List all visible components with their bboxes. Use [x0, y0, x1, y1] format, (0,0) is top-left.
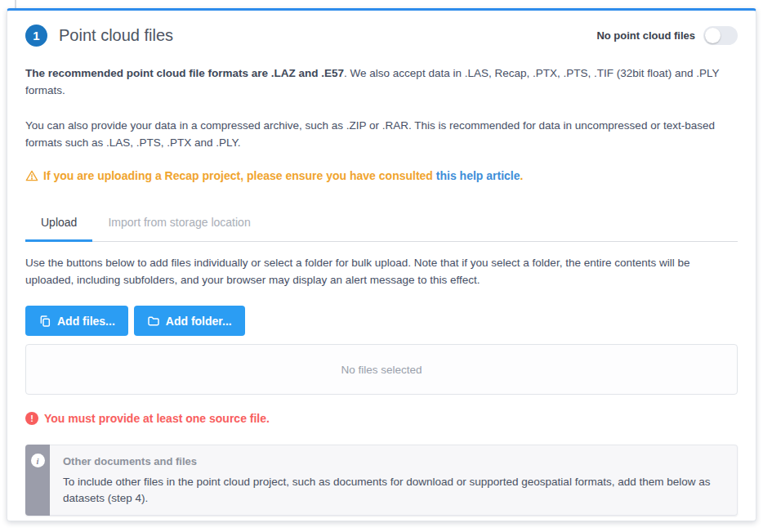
compressed-archive-text: You can also provide your data in a comp… [25, 117, 738, 151]
recommended-formats-bold: The recommended point cloud file formats… [25, 67, 344, 79]
toggle-knob-icon [705, 28, 721, 43]
recap-warning-text: If you are uploading a Recap project, pl… [43, 169, 523, 182]
info-box-body: To include other files in the point clou… [63, 474, 724, 507]
no-point-cloud-files-toggle[interactable] [703, 26, 738, 45]
page: 1 Point cloud files No point cloud files… [0, 0, 763, 532]
no-files-selected-text: No files selected [341, 364, 422, 376]
header-left: 1 Point cloud files [25, 25, 173, 47]
add-files-label: Add files... [57, 315, 115, 328]
add-files-button[interactable]: Add files... [25, 306, 128, 336]
add-folder-button[interactable]: Add folder... [134, 306, 245, 336]
warning-period: . [520, 169, 524, 182]
step-connector-line [15, 0, 16, 8]
info-box-title: Other documents and files [63, 455, 724, 467]
help-article-link[interactable]: this help article [436, 169, 520, 182]
error-exclamation-icon: ! [25, 412, 38, 425]
point-cloud-files-card: 1 Point cloud files No point cloud files… [7, 8, 756, 521]
validation-error-text: You must provide at least one source fil… [44, 412, 270, 425]
info-box-content: Other documents and files To include oth… [50, 445, 738, 516]
info-box-sidebar: i [25, 445, 50, 516]
no-point-cloud-files-label: No point cloud files [596, 29, 695, 42]
page-title: Point cloud files [59, 26, 173, 45]
validation-error: ! You must provide at least one source f… [25, 412, 738, 425]
warning-triangle-icon [25, 169, 38, 182]
recap-warning: If you are uploading a Recap project, pl… [25, 169, 738, 182]
tab-upload[interactable]: Upload [25, 209, 92, 242]
header-right: No point cloud files [596, 26, 738, 45]
upload-buttons-row: Add files... Add folder... [25, 306, 738, 336]
file-list-empty-box: No files selected [25, 344, 738, 395]
copy-files-icon [38, 315, 51, 328]
folder-icon [147, 315, 160, 328]
info-icon: i [31, 454, 45, 467]
card-header: 1 Point cloud files No point cloud files [25, 25, 738, 47]
add-folder-label: Add folder... [166, 315, 232, 328]
tab-import-from-storage[interactable]: Import from storage location [92, 209, 265, 242]
tab-strip: Upload Import from storage location [25, 209, 738, 242]
info-box: i Other documents and files To include o… [25, 445, 738, 516]
recommended-formats-text: The recommended point cloud file formats… [25, 65, 738, 99]
upload-instructions-text: Use the buttons below to add files indiv… [25, 254, 738, 288]
step-number-badge: 1 [25, 25, 47, 47]
